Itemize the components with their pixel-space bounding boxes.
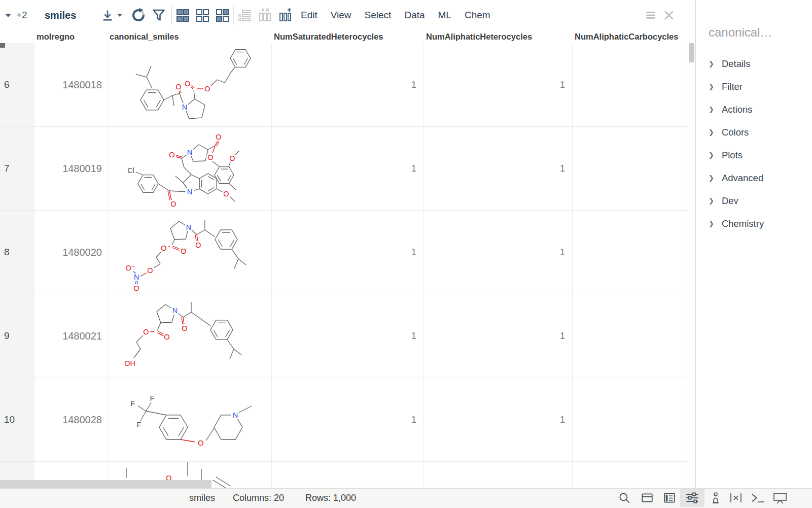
close-icon[interactable] (662, 0, 676, 30)
panel-item-actions[interactable]: ❯Actions (696, 98, 812, 121)
row-number-cell[interactable]: 8 (0, 211, 34, 294)
info-person-icon[interactable] (707, 489, 723, 507)
canonical-smiles-cell[interactable]: OOOOO⁻ONN⁺ (108, 211, 272, 294)
panel-item-label: Colors (722, 127, 749, 138)
column-header-numsaturatedheterocycles[interactable]: NumSaturatedHeterocycles (272, 30, 424, 43)
num-aliphatic-heterocycles-cell[interactable]: 1 (424, 294, 573, 378)
num-aliphatic-heterocycles-cell[interactable]: 1 (424, 43, 573, 127)
panel-item-colors[interactable]: ❯Colors (696, 121, 812, 144)
table-view: +2 smiles (0, 0, 696, 488)
row-number-header (0, 30, 34, 43)
status-rows-count[interactable]: Rows: 1,000 (305, 489, 356, 507)
canonical-smiles-cell[interactable]: ClOOOOOONN (108, 127, 272, 211)
svg-text:N: N (186, 223, 191, 231)
num-aliphatic-carbocycles-cell[interactable] (573, 294, 688, 378)
column-header-molregno[interactable]: molregno (34, 30, 108, 43)
download-caret-icon[interactable] (117, 0, 122, 30)
num-aliphatic-carbocycles-cell[interactable] (573, 378, 688, 462)
num-aliphatic-carbocycles-cell[interactable] (573, 43, 688, 127)
num-aliphatic-heterocycles-cell[interactable]: 1 (424, 378, 573, 462)
vertical-scrollbar-thumb[interactable] (689, 43, 694, 62)
molecule-structure: OOOOHN (108, 294, 272, 378)
panel-item-advanced[interactable]: ❯Advanced (696, 166, 812, 189)
canonical-smiles-cell[interactable]: OOON (108, 43, 272, 127)
tab-badge[interactable]: +2 (16, 0, 27, 30)
sliders-icon[interactable] (680, 489, 704, 507)
num-saturated-heterocycles-cell[interactable]: 1 (272, 127, 424, 211)
svg-text:O: O (175, 83, 181, 91)
num-saturated-heterocycles-cell[interactable]: 1 (272, 43, 424, 127)
console-icon[interactable] (748, 489, 767, 507)
form-view-icon[interactable] (661, 489, 678, 507)
molregno-cell[interactable]: 1480018 (34, 43, 108, 127)
table-view-icon[interactable] (639, 489, 656, 507)
filter-icon[interactable] (151, 0, 166, 30)
row-number-cell[interactable]: 9 (0, 294, 34, 378)
download-icon[interactable] (100, 0, 115, 30)
num-aliphatic-carbocycles-cell[interactable] (573, 211, 688, 294)
num-aliphatic-heterocycles-cell[interactable]: 1 (424, 127, 573, 211)
layout-grid-outline-icon[interactable] (195, 0, 210, 30)
row-number-cell[interactable]: 6 (0, 43, 34, 127)
search-icon[interactable] (616, 489, 633, 507)
svg-text:O: O (143, 328, 149, 336)
chevron-right-icon: ❯ (709, 197, 714, 205)
num-aliphatic-heterocycles-cell[interactable]: 1 (424, 211, 573, 294)
molecule-structure: OOOOO⁻ONN⁺ (108, 211, 272, 294)
column-header-numaliphaticcarbocycles[interactable]: NumAliphaticCarbocycles (573, 30, 688, 43)
menu-data[interactable]: Data (404, 10, 425, 21)
panel-item-chemistry[interactable]: ❯Chemistry (696, 212, 812, 235)
refresh-icon[interactable] (131, 0, 146, 30)
canonical-smiles-cell[interactable]: FFFON (108, 378, 272, 462)
panel-item-plots[interactable]: ❯Plots (696, 144, 812, 166)
menu-edit[interactable]: Edit (301, 10, 317, 21)
chevron-right-icon: ❯ (709, 60, 714, 67)
column-header-numaliphaticheterocycles[interactable]: NumAliphaticHeterocycles (424, 30, 573, 43)
num-aliphatic-carbocycles-cell[interactable] (573, 127, 688, 211)
tab-caret-icon[interactable] (5, 0, 11, 30)
panel-item-label: Advanced (722, 173, 763, 184)
row-number-cell[interactable]: 7 (0, 127, 34, 211)
context-panel-title: canonical… (709, 25, 772, 40)
num-aliphatic-carbocycles-cell[interactable] (573, 462, 688, 488)
grid-corner-marker[interactable] (0, 43, 5, 48)
svg-text:O: O (204, 85, 210, 93)
vertical-scrollbar[interactable] (688, 43, 695, 480)
menu-ml[interactable]: ML (438, 10, 451, 21)
layout-grid-filled-icon[interactable] (175, 0, 190, 30)
toolbar: +2 smiles (0, 0, 696, 30)
presentation-icon[interactable] (770, 489, 790, 507)
menu-select[interactable]: Select (365, 10, 392, 21)
molregno-cell[interactable]: 1480021 (34, 294, 108, 378)
num-saturated-heterocycles-cell[interactable]: 1 (272, 211, 424, 294)
column-header-canonical_smiles[interactable]: canonical_smiles (108, 30, 272, 43)
menu-chem[interactable]: Chem (465, 10, 490, 21)
molregno-cell[interactable]: 1480019 (34, 127, 108, 211)
panel-item-filter[interactable]: ❯Filter (696, 75, 812, 98)
layout-grid-mixed-icon[interactable] (215, 0, 230, 30)
num-saturated-heterocycles-cell[interactable] (272, 462, 424, 488)
svg-text:Cl: Cl (127, 166, 134, 175)
status-table-name[interactable]: smiles (189, 489, 215, 507)
status-columns-count[interactable]: Columns: 20 (233, 489, 284, 507)
molregno-cell[interactable]: 1480028 (34, 378, 108, 462)
panel-item-dev[interactable]: ❯Dev (696, 189, 812, 212)
menu-view[interactable]: View (331, 10, 351, 21)
svg-text:O: O (170, 200, 176, 208)
horizontal-scrollbar-thumb[interactable] (0, 480, 211, 488)
num-saturated-heterocycles-cell[interactable]: 1 (272, 378, 424, 462)
molregno-cell[interactable]: 1480020 (34, 211, 108, 294)
panel-item-details[interactable]: ❯Details (696, 52, 812, 75)
svg-text:O: O (216, 133, 221, 141)
row-number-cell[interactable]: 10 (0, 378, 34, 462)
variables-icon[interactable] (727, 489, 745, 507)
num-saturated-heterocycles-cell[interactable]: 1 (272, 294, 424, 378)
status-bar: smiles Columns: 20 Rows: 1,000 (0, 488, 812, 508)
add-column-icon[interactable] (277, 0, 293, 30)
table-row: 61480018OOON11 (0, 43, 688, 127)
num-aliphatic-heterocycles-cell[interactable] (424, 462, 573, 488)
table-title[interactable]: smiles (45, 0, 76, 30)
canonical-smiles-cell[interactable]: OOOOHN (108, 294, 272, 378)
svg-text:N: N (172, 307, 178, 315)
menu-icon[interactable] (644, 0, 657, 30)
